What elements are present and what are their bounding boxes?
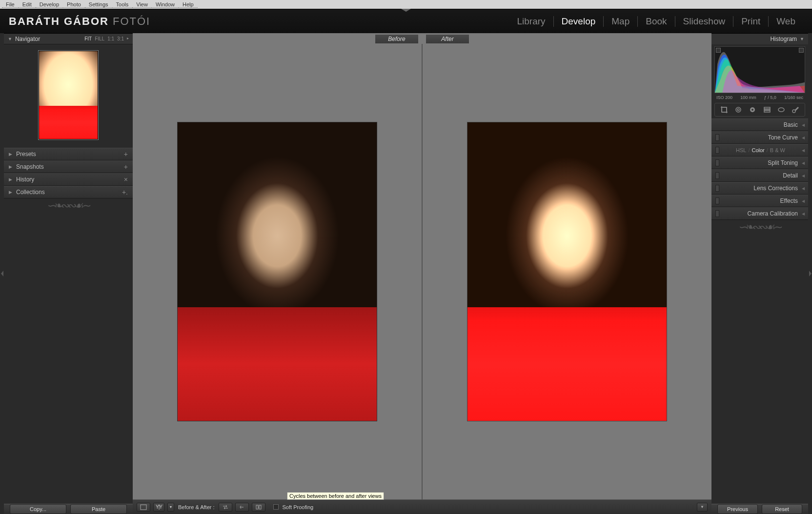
chevron-down-icon: ▼ bbox=[8, 37, 12, 41]
toolbar-options-dropdown[interactable]: ▼ bbox=[697, 503, 708, 512]
copy-before-to-after-button[interactable] bbox=[235, 503, 249, 512]
chevron-right-icon: ▶ bbox=[9, 152, 12, 157]
before-after-mode-dropdown[interactable]: ▼ bbox=[167, 503, 174, 512]
soft-proofing-checkbox[interactable] bbox=[273, 504, 279, 510]
reset-button[interactable]: Reset bbox=[762, 504, 802, 514]
section-collections[interactable]: ▶Collections+. bbox=[4, 186, 133, 198]
menu-file[interactable]: File bbox=[2, 1, 19, 8]
filmstrip-toggle-top[interactable] bbox=[401, 9, 411, 12]
section-action-icon[interactable]: + bbox=[124, 150, 128, 158]
menu-develop[interactable]: Develop bbox=[36, 1, 63, 8]
menu-help[interactable]: Help bbox=[179, 1, 198, 8]
menu-settings[interactable]: Settings bbox=[85, 1, 112, 8]
svg-rect-0 bbox=[141, 505, 146, 510]
panel-color[interactable]: HSL/Color/B & W◀ bbox=[711, 144, 808, 157]
panel-effects[interactable]: Effects◀ bbox=[711, 195, 808, 207]
compare-view bbox=[133, 44, 711, 499]
panel-camera-calibration[interactable]: Camera Calibration◀ bbox=[711, 207, 808, 220]
chevron-right-icon: ▶ bbox=[9, 177, 12, 182]
spot-removal-tool[interactable] bbox=[733, 105, 744, 115]
zoom-fill[interactable]: FILL bbox=[95, 36, 104, 41]
histogram-header[interactable]: Histogram ▼ bbox=[711, 34, 808, 44]
panel-lens-corrections[interactable]: Lens Corrections◀ bbox=[711, 182, 808, 195]
section-presets[interactable]: ▶Presets+ bbox=[4, 148, 133, 160]
zoom-fit[interactable]: FIT bbox=[84, 36, 92, 41]
panel-switch[interactable] bbox=[715, 147, 719, 154]
graduated-filter-tool[interactable] bbox=[762, 105, 772, 115]
shadow-clip-indicator[interactable] bbox=[716, 48, 721, 53]
chevron-right-icon: ▶ bbox=[9, 190, 12, 195]
swap-before-after-button[interactable] bbox=[219, 503, 232, 512]
panel-basic[interactable]: Basic◀ bbox=[711, 119, 808, 131]
chevron-down-icon: ▼ bbox=[800, 37, 804, 41]
subtab-bw[interactable]: B & W bbox=[770, 147, 785, 153]
menu-view[interactable]: View bbox=[132, 1, 152, 8]
left-panel-grip[interactable] bbox=[0, 33, 4, 514]
menu-edit[interactable]: Edit bbox=[19, 1, 36, 8]
section-action-icon[interactable]: + bbox=[124, 163, 128, 171]
navigator-header[interactable]: ▼ Navigator FITFILL1:13:1▸ bbox=[4, 34, 133, 44]
identity-plate[interactable]: BARÁTH GÁBOR FOTÓI bbox=[9, 15, 150, 28]
svg-rect-1 bbox=[256, 505, 258, 509]
before-after-view-button[interactable]: Y|Y bbox=[153, 503, 164, 512]
module-book[interactable]: Book bbox=[638, 9, 674, 34]
zoom-more-icon[interactable]: ▸ bbox=[127, 36, 129, 41]
module-library[interactable]: Library bbox=[509, 9, 553, 34]
menu-window[interactable]: Window bbox=[152, 1, 179, 8]
copy-after-to-before-button[interactable] bbox=[252, 503, 265, 512]
navigator-body bbox=[4, 44, 133, 148]
before-pane[interactable] bbox=[133, 44, 422, 499]
left-panel: ▼ Navigator FITFILL1:13:1▸ ▶Presets+▶Sna… bbox=[4, 33, 133, 514]
subtab-color[interactable]: Color bbox=[751, 147, 764, 153]
section-action-icon[interactable]: × bbox=[124, 176, 128, 183]
section-snapshots[interactable]: ▶Snapshots+ bbox=[4, 160, 133, 173]
highlight-clip-indicator[interactable] bbox=[799, 48, 804, 53]
menu-photo[interactable]: Photo bbox=[63, 1, 85, 8]
radial-filter-tool[interactable] bbox=[776, 105, 787, 115]
panel-label: Effects bbox=[780, 198, 798, 204]
module-map[interactable]: Map bbox=[604, 9, 637, 34]
module-web[interactable]: Web bbox=[769, 9, 803, 34]
crop-tool[interactable] bbox=[719, 105, 730, 115]
histogram-title: Histogram bbox=[770, 36, 797, 42]
module-develop[interactable]: Develop bbox=[554, 9, 604, 34]
module-print[interactable]: Print bbox=[733, 9, 768, 34]
copy-button[interactable]: Copy... bbox=[10, 504, 66, 514]
histogram-display[interactable] bbox=[714, 46, 805, 93]
loupe-view-button[interactable] bbox=[137, 503, 150, 512]
panel-switch[interactable] bbox=[715, 159, 719, 166]
module-slideshow[interactable]: Slideshow bbox=[675, 9, 733, 34]
panel-detail[interactable]: Detail◀ bbox=[711, 169, 808, 182]
menu-tools[interactable]: Tools bbox=[112, 1, 133, 8]
panel-label: Camera Calibration bbox=[748, 210, 798, 217]
right-panel-grip[interactable] bbox=[808, 33, 812, 514]
panel-switch[interactable] bbox=[715, 210, 719, 217]
zoom-1to1[interactable]: 1:1 bbox=[107, 36, 114, 41]
after-pane[interactable] bbox=[423, 44, 711, 499]
brand-light: FOTÓI bbox=[113, 15, 150, 27]
section-history[interactable]: ▶History× bbox=[4, 173, 133, 186]
redeye-tool[interactable] bbox=[747, 105, 758, 115]
navigator-zoom-levels: FITFILL1:13:1▸ bbox=[84, 36, 129, 41]
brand-bold: BARÁTH GÁBOR bbox=[9, 15, 109, 27]
panel-collapse-icon: ◀ bbox=[802, 123, 804, 127]
panel-label: Split Toning bbox=[768, 159, 798, 166]
panel-split-toning[interactable]: Split Toning◀ bbox=[711, 157, 808, 169]
svg-point-4 bbox=[736, 107, 741, 112]
panel-tone-curve[interactable]: Tone Curve◀ bbox=[711, 131, 808, 144]
zoom-3to1[interactable]: 3:1 bbox=[117, 36, 124, 41]
panel-switch[interactable] bbox=[715, 185, 719, 192]
panel-collapse-icon: ◀ bbox=[802, 199, 804, 203]
svg-point-9 bbox=[778, 108, 784, 112]
soft-proofing-label: Soft Proofing bbox=[282, 504, 315, 510]
subtab-hsl[interactable]: HSL bbox=[736, 147, 746, 153]
adjustment-brush-tool[interactable] bbox=[790, 105, 801, 115]
panel-switch[interactable] bbox=[715, 198, 719, 204]
develop-tool-strip bbox=[714, 103, 805, 117]
paste-button[interactable]: Paste bbox=[70, 504, 127, 514]
previous-button[interactable]: Previous bbox=[717, 504, 758, 514]
section-action-icon[interactable]: +. bbox=[122, 188, 128, 196]
navigator-thumbnail[interactable] bbox=[38, 50, 99, 140]
panel-switch[interactable] bbox=[715, 134, 719, 141]
panel-switch[interactable] bbox=[715, 172, 719, 179]
